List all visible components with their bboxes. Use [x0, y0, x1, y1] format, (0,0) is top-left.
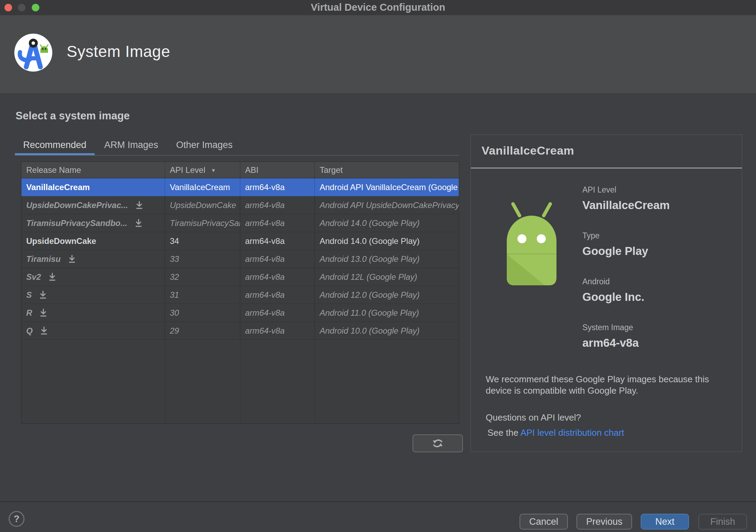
wizard-step-title: System Image [67, 15, 170, 93]
tab-arm-images[interactable]: ARM Images [96, 136, 166, 154]
abi-cell: arm64-v8a [240, 286, 315, 304]
table-header-row: Release Name API Level ▼ ABI Target [21, 162, 459, 178]
system-image-row[interactable]: Tiramisu 33 arm64-v8a Android 13.0 (Goog… [21, 250, 459, 268]
detail-field: Android Google Inc. [582, 277, 670, 304]
download-icon[interactable] [134, 219, 143, 228]
system-image-row[interactable]: R 30 arm64-v8a Android 11.0 (Google Play… [21, 304, 459, 322]
android-robot-icon [501, 200, 563, 287]
see-the-line: See the API level distribution chart [487, 427, 624, 438]
system-image-row[interactable]: UpsideDownCakePrivac... UpsideDownCake a… [21, 196, 459, 214]
release-name: R [26, 308, 32, 318]
next-button[interactable]: Next [641, 514, 689, 530]
detail-field-value: arm64-v8a [582, 336, 670, 349]
target-cell: Android 12L (Google Play) [315, 268, 459, 286]
detail-field-label: System Image [582, 323, 670, 332]
cancel-button[interactable]: Cancel [520, 514, 568, 530]
android-studio-logo-icon [13, 33, 53, 72]
download-icon[interactable] [48, 273, 57, 282]
system-image-row[interactable]: TiramisuPrivacySandbo... TiramisuPrivacy… [21, 214, 459, 232]
system-image-row[interactable]: S 31 arm64-v8a Android 12.0 (Google Play… [21, 286, 459, 304]
help-button[interactable]: ? [9, 511, 25, 527]
detail-field: API Level VanillaIceCream [582, 185, 670, 212]
refresh-button[interactable] [413, 434, 463, 452]
download-icon[interactable] [39, 308, 48, 317]
target-cell: Android 11.0 (Google Play) [315, 304, 459, 322]
tab-other-images[interactable]: Other Images [168, 136, 241, 154]
wizard-header: System Image [0, 15, 756, 93]
api-level-cell: 33 [165, 250, 240, 268]
previous-button[interactable]: Previous [576, 514, 632, 530]
window-title: Virtual Device Configuration [0, 0, 756, 15]
abi-cell: arm64-v8a [240, 196, 315, 214]
see-the-text: See the [487, 427, 520, 438]
api-level-cell: 30 [165, 304, 240, 322]
section-heading: Select a system image [16, 110, 130, 122]
abi-cell: arm64-v8a [240, 214, 315, 232]
target-cell: Android 12.0 (Google Play) [315, 286, 459, 304]
window-titlebar: Virtual Device Configuration [0, 0, 756, 15]
target-cell: Android 10.0 (Google Play) [315, 322, 459, 339]
release-name: UpsideDownCakePrivac... [26, 200, 128, 210]
abi-cell: arm64-v8a [240, 268, 315, 286]
system-image-row[interactable]: Sv2 32 arm64-v8a Android 12L (Google Pla… [21, 268, 459, 286]
api-level-question: Questions on API level? [486, 412, 581, 423]
release-name: Tiramisu [26, 254, 61, 264]
column-header-abi[interactable]: ABI [240, 162, 315, 178]
refresh-icon [432, 438, 444, 449]
api-level-cell: TiramisuPrivacySandbox [165, 214, 240, 232]
release-name: UpsideDownCake [26, 236, 96, 246]
recommendation-text: We recommend these Google Play images be… [486, 374, 727, 396]
api-level-cell: VanillaIceCream [165, 178, 240, 196]
tab-recommended[interactable]: Recommended [15, 136, 95, 154]
target-cell: Android API VanillaIceCream (Google Play… [315, 178, 459, 196]
abi-cell: arm64-v8a [240, 304, 315, 322]
detail-fields: API Level VanillaIceCream Type Google Pl… [582, 185, 670, 369]
detail-field-label: API Level [582, 185, 670, 195]
column-header-release-name[interactable]: Release Name [21, 162, 165, 178]
download-icon[interactable] [40, 326, 48, 335]
selected-image-title: VanillaIceCream [482, 144, 574, 157]
release-name: Q [26, 326, 33, 336]
abi-cell: arm64-v8a [240, 250, 315, 268]
system-image-table-body: VanillaIceCream VanillaIceCream arm64-v8… [21, 178, 459, 340]
download-icon[interactable] [68, 255, 76, 264]
abi-cell: arm64-v8a [240, 178, 315, 196]
target-cell: Android 13.0 (Google Play) [315, 250, 459, 268]
download-icon[interactable] [135, 201, 144, 210]
column-header-target[interactable]: Target [315, 162, 459, 178]
api-level-cell: 29 [165, 322, 240, 339]
abi-cell: arm64-v8a [240, 322, 315, 339]
image-category-tabs: Recommended ARM Images Other Images [15, 136, 242, 155]
detail-field-label: Type [582, 231, 670, 240]
api-level-distribution-chart-link[interactable]: API level distribution chart [520, 427, 624, 438]
release-name: TiramisuPrivacySandbo... [26, 218, 127, 228]
detail-field-value: Google Inc. [582, 290, 670, 304]
api-level-cell: 32 [165, 268, 240, 286]
column-divider [165, 340, 165, 424]
release-name: VanillaIceCream [26, 183, 90, 192]
column-header-api-level[interactable]: API Level ▼ [165, 162, 240, 178]
api-level-cell: 34 [165, 232, 240, 250]
detail-field-value: Google Play [582, 245, 670, 258]
virtual-device-configuration-dialog: Virtual Device Configuration [0, 0, 756, 532]
system-image-table: Release Name API Level ▼ ABI Target Vani… [21, 161, 459, 424]
release-name: S [26, 290, 32, 300]
system-image-row[interactable]: VanillaIceCream VanillaIceCream arm64-v8… [21, 178, 459, 196]
download-icon[interactable] [39, 290, 47, 299]
api-level-cell: 31 [165, 286, 240, 304]
release-name: Sv2 [26, 272, 41, 282]
finish-button-disabled: Finish [698, 514, 747, 530]
system-image-row[interactable]: Q 29 arm64-v8a Android 10.0 (Google Play… [21, 322, 459, 340]
column-divider [315, 340, 315, 424]
system-image-details-panel: VanillaIceCream API Level VanillaIceCrea… [471, 135, 742, 452]
system-image-row[interactable]: UpsideDownCake 34 arm64-v8a Android 14.0… [21, 232, 459, 250]
panel-divider [471, 168, 742, 168]
column-divider [240, 340, 241, 424]
api-level-cell: UpsideDownCake [165, 196, 240, 214]
detail-field: Type Google Play [582, 231, 670, 258]
detail-field-label: Android [582, 277, 670, 286]
sort-descending-icon: ▼ [211, 167, 216, 173]
dialog-footer: ? Cancel Previous Next Finish [0, 501, 756, 532]
abi-cell: arm64-v8a [240, 232, 315, 250]
question-mark-icon: ? [14, 514, 20, 524]
